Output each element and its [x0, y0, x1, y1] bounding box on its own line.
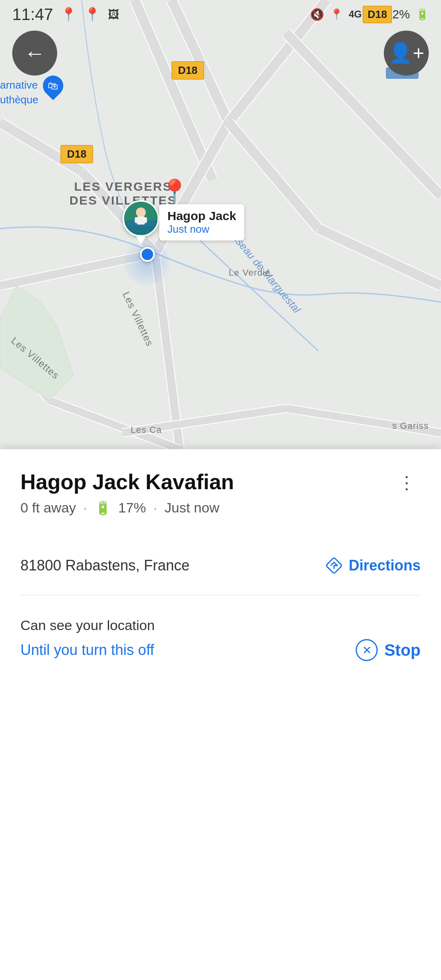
person-info: Hagop Jack Kavafian 0 ft away · 🔋 17% · … — [20, 470, 234, 516]
stop-label[interactable]: Stop — [384, 641, 421, 659]
bottom-sheet: Hagop Jack Kavafian 0 ft away · 🔋 17% · … — [0, 449, 441, 980]
svg-point-36 — [136, 207, 146, 217]
street-label-3: Le Verdié — [229, 267, 271, 278]
sharing-row: Until you turn this off ✕ Stop — [20, 639, 421, 661]
d18-badge-center: D18 — [172, 61, 204, 80]
avatar-pin-tail — [136, 237, 146, 244]
person-name-popup: Hagop Jack Just now — [159, 204, 244, 241]
battery-icon: 🔋 — [416, 8, 429, 21]
nearby-place-pin: 🛍 — [43, 76, 63, 96]
svg-rect-38 — [135, 217, 139, 223]
last-seen: Just now — [165, 500, 219, 516]
directions-icon — [325, 557, 343, 575]
location-pin-icon: 📍 — [159, 178, 190, 207]
battery-level: 17% — [118, 500, 146, 516]
more-options-button[interactable]: ⋮ — [394, 470, 421, 496]
nearby-place-label: arnative uthèque — [0, 78, 38, 107]
person-avatar-pin[interactable] — [122, 200, 159, 244]
add-person-icon: 👤+ — [388, 42, 424, 65]
svg-rect-39 — [143, 217, 147, 223]
stop-circle-icon: ✕ — [356, 639, 378, 661]
user-location-dot — [140, 247, 155, 262]
location-address: 81800 Rabastens, France — [20, 557, 189, 574]
avatar-image — [122, 200, 159, 237]
back-arrow-icon: ← — [24, 41, 45, 65]
street-label-4: Les Ca — [131, 425, 162, 435]
distance-away: 0 ft away — [20, 500, 76, 516]
back-button[interactable]: ← — [12, 31, 57, 76]
person-header: Hagop Jack Kavafian 0 ft away · 🔋 17% · … — [20, 470, 421, 516]
street-label-5: s Gariss — [392, 421, 429, 431]
sharing-subtitle: Until you turn this off — [20, 641, 154, 659]
gps-icon: 📍 — [330, 8, 343, 21]
mute-icon: 🔇 — [310, 8, 324, 21]
d18-badge-status: D18 — [363, 6, 392, 23]
person-meta: 0 ft away · 🔋 17% · Just now — [20, 500, 234, 516]
network-icon: 4G — [349, 9, 362, 20]
stop-button[interactable]: ✕ Stop — [356, 639, 421, 661]
image-status-icon: 🖼 — [108, 8, 119, 21]
location-status-icon2: 📍 — [84, 7, 100, 22]
section-divider — [20, 595, 421, 595]
map-view[interactable]: 11:47 📍 📍 🖼 🔇 📍 4G 📶 72% 🔋 D18 ← 👤+ D18 … — [0, 0, 441, 449]
sharing-section: Can see your location Until you turn thi… — [20, 599, 421, 661]
d18-badge-left: D18 — [60, 145, 93, 163]
popup-person-time: Just now — [167, 223, 236, 236]
location-status-icon: 📍 — [60, 7, 77, 22]
add-person-button[interactable]: 👤+ — [384, 31, 429, 76]
location-glow — [122, 238, 172, 287]
directions-label[interactable]: Directions — [349, 557, 421, 574]
sharing-title: Can see your location — [20, 617, 421, 633]
status-time: 11:47 — [12, 5, 53, 24]
battery-small-icon: 🔋 — [95, 500, 111, 516]
person-full-name: Hagop Jack Kavafian — [20, 470, 234, 494]
location-row: 81800 Rabastens, France Directions — [20, 540, 421, 591]
directions-button[interactable]: Directions — [325, 557, 421, 575]
popup-person-name: Hagop Jack — [167, 209, 236, 223]
